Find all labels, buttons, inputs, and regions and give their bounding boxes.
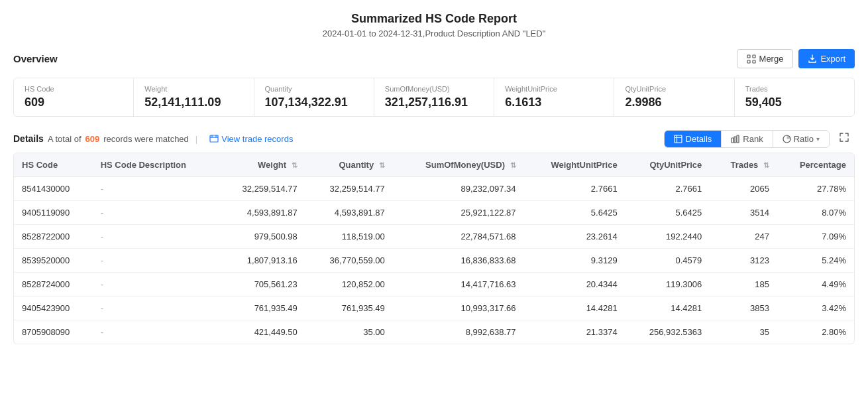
table-row: 9405119090 - 4,593,891.87 4,593,891.87 2… bbox=[14, 201, 854, 225]
cell-quantity: 761,935.49 bbox=[305, 297, 393, 320]
cell-weight-unit-price: 2.7661 bbox=[524, 177, 625, 201]
table-row: 8528724000 - 705,561.23 120,852.00 14,41… bbox=[14, 273, 854, 297]
cell-trades: 3123 bbox=[710, 249, 777, 273]
stat-sum-money: SumOfMoney(USD) 321,257,116.91 bbox=[374, 78, 494, 116]
stat-value-3: 321,257,116.91 bbox=[385, 96, 483, 109]
col-header-qty-unit-price: QtyUnitPrice bbox=[625, 153, 710, 177]
cell-hs-code: 9405423900 bbox=[14, 297, 93, 320]
cell-percentage: 7.09% bbox=[777, 225, 854, 249]
sort-trades-icon[interactable]: ⇅ bbox=[763, 161, 769, 169]
cell-description: - bbox=[93, 177, 218, 201]
stat-label-0: HS Code bbox=[25, 85, 123, 93]
cell-percentage: 27.78% bbox=[777, 177, 854, 201]
cell-weight-unit-price: 23.2614 bbox=[524, 225, 625, 249]
stat-quantity: Quantity 107,134,322.91 bbox=[254, 78, 374, 116]
table-row: 8705908090 - 421,449.50 35.00 8,992,638.… bbox=[14, 320, 854, 344]
svg-rect-8 bbox=[737, 135, 739, 143]
matched-suffix: records were matched bbox=[103, 134, 189, 144]
merge-button[interactable]: Merge bbox=[737, 49, 794, 68]
cell-quantity: 36,770,559.00 bbox=[305, 249, 393, 273]
cell-quantity: 118,519.00 bbox=[305, 225, 393, 249]
cell-percentage: 8.07% bbox=[777, 201, 854, 225]
cell-sum-money: 14,417,716.63 bbox=[393, 273, 524, 297]
export-label: Export bbox=[820, 54, 845, 64]
tab-rank[interactable]: Rank bbox=[722, 131, 773, 147]
expand-button[interactable] bbox=[834, 129, 855, 149]
cell-trades: 35 bbox=[710, 320, 777, 344]
ratio-tab-icon bbox=[783, 135, 791, 143]
svg-rect-6 bbox=[732, 138, 733, 143]
merge-icon bbox=[747, 54, 756, 64]
tab-ratio[interactable]: Ratio ▾ bbox=[773, 131, 829, 147]
stat-label-4: WeightUnitPrice bbox=[505, 85, 603, 93]
cell-description: - bbox=[93, 297, 218, 320]
stat-weight-unit-price: WeightUnitPrice 6.1613 bbox=[494, 78, 614, 116]
table-row: 8528722000 - 979,500.98 118,519.00 22,78… bbox=[14, 225, 854, 249]
cell-trades: 2065 bbox=[710, 177, 777, 201]
col-header-percentage: Percentage bbox=[777, 153, 854, 177]
cell-trades: 3514 bbox=[710, 201, 777, 225]
page-subtitle: 2024-01-01 to 2024-12-31,Product Descrip… bbox=[0, 29, 868, 38]
cell-description: - bbox=[93, 201, 218, 225]
expand-icon bbox=[839, 132, 849, 143]
cell-percentage: 5.24% bbox=[777, 249, 854, 273]
cell-hs-code: 8528722000 bbox=[14, 225, 93, 249]
export-button[interactable]: Export bbox=[798, 49, 855, 68]
sort-sum-icon[interactable]: ⇅ bbox=[510, 161, 516, 169]
col-header-sum-money: SumOfMoney(USD) ⇅ bbox=[393, 153, 524, 177]
stat-label-6: Trades bbox=[745, 85, 843, 93]
col-header-weight: Weight ⇅ bbox=[218, 153, 305, 177]
sort-weight-icon[interactable]: ⇅ bbox=[292, 161, 298, 169]
cell-weight-unit-price: 20.4344 bbox=[524, 273, 625, 297]
export-icon bbox=[808, 54, 817, 64]
merge-label: Merge bbox=[759, 54, 784, 64]
view-trade-records-link[interactable]: View trade records bbox=[209, 134, 293, 144]
svg-rect-4 bbox=[210, 135, 218, 142]
stat-value-1: 52,141,111.09 bbox=[144, 96, 243, 109]
cell-description: - bbox=[93, 273, 218, 297]
tab-rank-label: Rank bbox=[743, 134, 763, 144]
col-header-quantity: Quantity ⇅ bbox=[305, 153, 393, 177]
cell-percentage: 2.80% bbox=[777, 320, 854, 344]
page-header: Summarized HS Code Report 2024-01-01 to … bbox=[0, 0, 868, 42]
stats-row: HS Code 609 Weight 52,141,111.09 Quantit… bbox=[13, 78, 855, 117]
stat-label-2: Quantity bbox=[265, 85, 363, 93]
col-header-weight-unit-price: WeightUnitPrice bbox=[524, 153, 625, 177]
data-table-wrapper: HS Code HS Code Description Weight ⇅ Qua… bbox=[13, 153, 855, 344]
cell-weight: 979,500.98 bbox=[218, 225, 305, 249]
cell-qty-unit-price: 256,932.5363 bbox=[625, 320, 710, 344]
stat-weight: Weight 52,141,111.09 bbox=[134, 78, 254, 116]
sort-quantity-icon[interactable]: ⇅ bbox=[379, 161, 385, 169]
stat-value-6: 59,405 bbox=[745, 96, 843, 109]
tab-details[interactable]: Details bbox=[665, 131, 722, 147]
svg-rect-1 bbox=[753, 55, 755, 58]
cell-quantity: 4,593,891.87 bbox=[305, 201, 393, 225]
svg-rect-3 bbox=[753, 60, 755, 63]
trade-records-icon bbox=[209, 134, 219, 143]
details-label: Details bbox=[13, 133, 44, 144]
cell-quantity: 120,852.00 bbox=[305, 273, 393, 297]
details-bar: Details A total of 609 records were matc… bbox=[0, 122, 868, 153]
cell-trades: 247 bbox=[710, 225, 777, 249]
overview-label: Overview bbox=[13, 53, 58, 64]
cell-weight-unit-price: 5.6425 bbox=[524, 201, 625, 225]
tab-ratio-label: Ratio bbox=[794, 134, 814, 144]
cell-weight: 761,935.49 bbox=[218, 297, 305, 320]
matched-prefix: A total of bbox=[48, 134, 81, 144]
cell-description: - bbox=[93, 225, 218, 249]
cell-weight-unit-price: 9.3129 bbox=[524, 249, 625, 273]
stat-value-4: 6.1613 bbox=[505, 96, 603, 109]
stat-label-1: Weight bbox=[144, 85, 243, 93]
svg-rect-2 bbox=[747, 60, 750, 63]
cell-qty-unit-price: 192.2440 bbox=[625, 225, 710, 249]
page-title: Summarized HS Code Report bbox=[0, 12, 868, 26]
details-tab-icon bbox=[674, 135, 682, 143]
svg-rect-5 bbox=[675, 135, 682, 143]
details-right-wrapper: Details Rank Ratio ▾ bbox=[664, 129, 855, 149]
col-header-trades: Trades ⇅ bbox=[710, 153, 777, 177]
tab-group: Details Rank Ratio ▾ bbox=[664, 130, 830, 148]
cell-qty-unit-price: 14.4281 bbox=[625, 297, 710, 320]
rank-tab-icon bbox=[731, 135, 739, 143]
cell-description: - bbox=[93, 320, 218, 344]
cell-weight-unit-price: 21.3374 bbox=[524, 320, 625, 344]
